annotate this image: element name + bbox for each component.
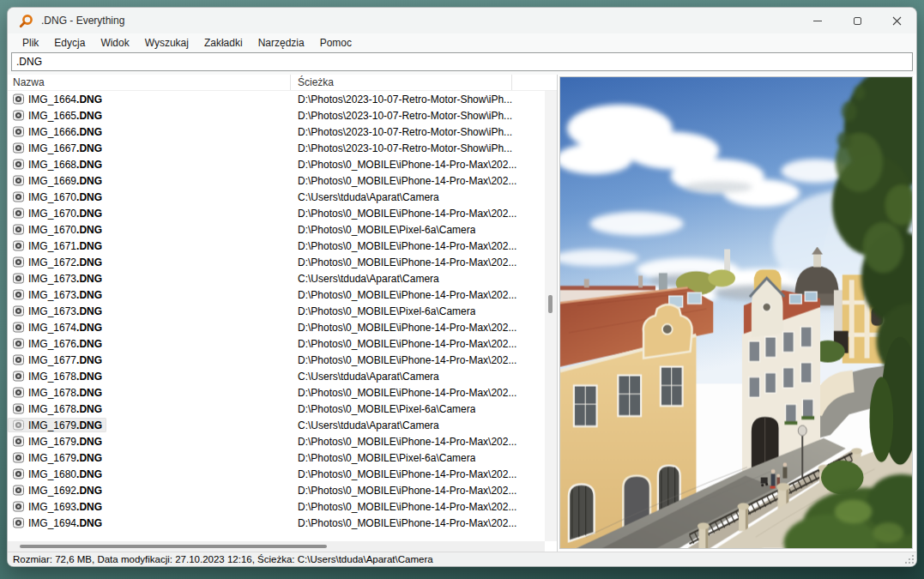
name-cell: IMG_1671.DNG (8, 238, 291, 254)
menu-widok[interactable]: Widok (93, 33, 136, 52)
name-cell: IMG_1692.DNG (8, 482, 291, 498)
menu-narzedzia[interactable]: Narzędzia (251, 33, 312, 52)
file-name: IMG_1673 (28, 305, 76, 317)
name-cell: IMG_1665.DNG (8, 107, 291, 124)
file-name: IMG_1672 (28, 256, 76, 268)
table-row[interactable]: IMG_1664.DNG D:\Photos\2023-10-07-Retro-… (8, 91, 545, 107)
file-extension-match: .DNG (76, 240, 102, 252)
file-extension-match: .DNG (76, 191, 102, 203)
name-cell: IMG_1670.DNG (8, 205, 291, 221)
results-rows: IMG_1664.DNG D:\Photos\2023-10-07-Retro-… (8, 91, 545, 541)
name-cell: IMG_1676.DNG (8, 335, 291, 352)
vertical-scrollbar-thumb[interactable] (548, 295, 553, 313)
table-row[interactable]: IMG_1666.DNG D:\Photos\2023-10-07-Retro-… (8, 124, 545, 140)
table-row[interactable]: IMG_1670.DNG D:\Photos\0_MOBILE\iPhone-1… (8, 205, 545, 221)
camera-raw-file-icon (13, 305, 24, 317)
close-icon (892, 16, 902, 26)
camera-raw-file-icon (13, 256, 24, 268)
status-bar: Rozmiar: 72,6 MB, Data modyfikacji: 27.1… (8, 552, 916, 566)
maximize-button[interactable] (837, 8, 877, 33)
name-cell: IMG_1680.DNG (8, 466, 291, 482)
table-row[interactable]: IMG_1669.DNG D:\Photos\0_MOBILE\iPhone-1… (8, 172, 545, 189)
file-path: C:\Users\tduda\Aparat\Camera (291, 371, 439, 383)
file-name: IMG_1674 (28, 322, 76, 334)
table-row[interactable]: IMG_1678.DNG D:\Photos\0_MOBILE\Pixel-6a… (8, 401, 545, 417)
titlebar[interactable]: .DNG - Everything (8, 8, 916, 33)
table-row[interactable]: IMG_1680.DNG D:\Photos\0_MOBILE\iPhone-1… (8, 466, 545, 482)
table-row[interactable]: IMG_1679.DNG D:\Photos\0_MOBILE\iPhone-1… (8, 433, 545, 449)
horizontal-scrollbar[interactable] (8, 541, 545, 552)
file-extension-match: .DNG (76, 354, 102, 366)
table-row[interactable]: IMG_1670.DNG C:\Users\tduda\Aparat\Camer… (8, 189, 545, 205)
table-row[interactable]: IMG_1694.DNG D:\Photos\0_MOBILE\iPhone-1… (8, 515, 545, 531)
camera-raw-file-icon (13, 436, 24, 447)
menu-plik[interactable]: Plik (15, 33, 46, 52)
file-path: D:\Photos\0_MOBILE\iPhone-14-Pro-Max\202… (291, 501, 516, 513)
file-extension-match: .DNG (76, 224, 102, 236)
table-row[interactable]: IMG_1676.DNG D:\Photos\0_MOBILE\iPhone-1… (8, 335, 545, 352)
column-header-sciezka[interactable]: Ścieżka (291, 75, 512, 90)
resize-grip-icon[interactable] (905, 555, 914, 564)
street-photo (560, 77, 912, 548)
name-cell: IMG_1666.DNG (8, 124, 291, 140)
table-row[interactable]: IMG_1671.DNG D:\Photos\0_MOBILE\iPhone-1… (8, 238, 545, 254)
horizontal-scrollbar-thumb[interactable] (20, 545, 327, 548)
column-header-nazwa[interactable]: Nazwa (8, 75, 291, 90)
file-extension-match: .DNG (76, 159, 102, 171)
table-row[interactable]: IMG_1679.DNG D:\Photos\0_MOBILE\Pixel-6a… (8, 449, 545, 466)
file-path: D:\Photos\0_MOBILE\iPhone-14-Pro-Max\202… (291, 387, 516, 399)
table-row[interactable]: IMG_1678.DNG C:\Users\tduda\Aparat\Camer… (8, 368, 545, 384)
name-cell: IMG_1679.DNG (8, 433, 291, 449)
menu-wyszukaj[interactable]: Wyszukaj (137, 33, 196, 52)
file-name: IMG_1668 (28, 159, 76, 171)
table-row[interactable]: IMG_1673.DNG C:\Users\tduda\Aparat\Camer… (8, 270, 545, 286)
camera-raw-file-icon (13, 452, 24, 463)
camera-raw-file-icon (13, 338, 24, 349)
table-row[interactable]: IMG_1678.DNG D:\Photos\0_MOBILE\iPhone-1… (8, 384, 545, 401)
status-text: Rozmiar: 72,6 MB, Data modyfikacji: 27.1… (13, 554, 433, 564)
close-button[interactable] (877, 8, 916, 33)
name-cell: IMG_1673.DNG (8, 303, 291, 319)
file-name: IMG_1694 (28, 517, 76, 529)
menu-edycja[interactable]: Edycja (46, 33, 93, 52)
minimize-icon (813, 21, 822, 21)
table-row[interactable]: IMG_1673.DNG D:\Photos\0_MOBILE\Pixel-6a… (8, 303, 545, 319)
file-name: IMG_1665 (28, 110, 76, 122)
table-row[interactable]: IMG_1674.DNG D:\Photos\0_MOBILE\iPhone-1… (8, 319, 545, 335)
table-row[interactable]: IMG_1693.DNG D:\Photos\0_MOBILE\iPhone-1… (8, 498, 545, 515)
table-row[interactable]: IMG_1668.DNG D:\Photos\0_MOBILE\iPhone-1… (8, 156, 545, 172)
name-cell: IMG_1678.DNG (8, 401, 291, 417)
file-extension-match: .DNG (76, 501, 102, 513)
file-path: D:\Photos\0_MOBILE\Pixel-6a\Camera (291, 403, 475, 415)
vertical-scrollbar[interactable] (545, 91, 557, 541)
file-extension-match: .DNG (76, 93, 102, 106)
table-row[interactable]: IMG_1670.DNG D:\Photos\0_MOBILE\Pixel-6a… (8, 221, 545, 238)
table-row[interactable]: IMG_1677.DNG D:\Photos\0_MOBILE\iPhone-1… (8, 352, 545, 368)
table-row[interactable]: IMG_1692.DNG D:\Photos\0_MOBILE\iPhone-1… (8, 482, 545, 498)
file-name: IMG_1677 (28, 354, 76, 366)
file-extension-match: .DNG (76, 436, 102, 448)
table-row[interactable]: IMG_1667.DNG D:\Photos\2023-10-07-Retro-… (8, 140, 545, 156)
file-path: D:\Photos\0_MOBILE\iPhone-14-Pro-Max\202… (291, 517, 516, 529)
table-row[interactable]: IMG_1665.DNG D:\Photos\2023-10-07-Retro-… (8, 107, 545, 124)
table-row[interactable]: IMG_1679.DNG C:\Users\tduda\Aparat\Camer… (8, 417, 545, 433)
search-input[interactable] (11, 52, 913, 71)
file-path: D:\Photos\0_MOBILE\iPhone-14-Pro-Max\202… (291, 175, 516, 187)
camera-raw-file-icon (13, 387, 24, 398)
file-path: D:\Photos\0_MOBILE\iPhone-14-Pro-Max\202… (291, 256, 516, 268)
minimize-button[interactable] (798, 8, 837, 33)
menu-pomoc[interactable]: Pomoc (312, 33, 359, 52)
file-name: IMG_1678 (28, 387, 76, 399)
menu-zakladki[interactable]: Zakładki (196, 33, 251, 52)
table-row[interactable]: IMG_1672.DNG D:\Photos\0_MOBILE\iPhone-1… (8, 254, 545, 270)
file-path: C:\Users\tduda\Aparat\Camera (291, 419, 439, 431)
file-path: D:\Photos\2023-10-07-Retro-Motor-Show\iP… (291, 126, 512, 138)
camera-raw-file-icon (13, 240, 24, 251)
file-name: IMG_1670 (28, 224, 76, 236)
camera-raw-file-icon (13, 517, 24, 528)
camera-raw-file-icon (13, 93, 24, 105)
camera-raw-file-icon (13, 110, 24, 121)
file-extension-match: .DNG (76, 126, 102, 138)
table-row[interactable]: IMG_1673.DNG D:\Photos\0_MOBILE\iPhone-1… (8, 286, 545, 303)
camera-raw-file-icon (13, 126, 24, 137)
